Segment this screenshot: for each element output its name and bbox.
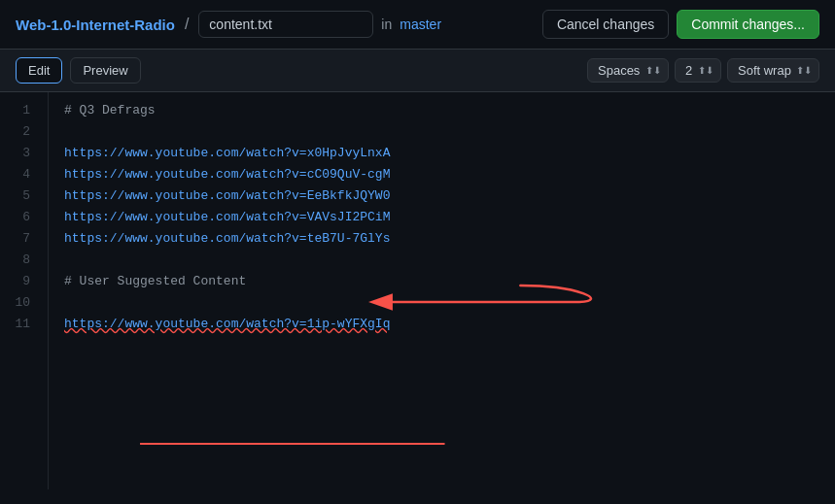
line-number: 5 bbox=[0, 185, 38, 207]
code-line: https://www.youtube.com/watch?v=cC09QuV-… bbox=[64, 164, 819, 185]
line-number: 3 bbox=[0, 143, 38, 164]
header: Web-1.0-Internet-Radio / in master Cance… bbox=[0, 0, 835, 50]
line-number: 4 bbox=[0, 164, 38, 185]
repo-link[interactable]: Web-1.0-Internet-Radio bbox=[16, 17, 175, 33]
code-line bbox=[64, 121, 819, 143]
code-line: https://www.youtube.com/watch?v=x0HpJvyL… bbox=[64, 143, 819, 164]
line-number: 8 bbox=[0, 250, 38, 271]
spaces-select-wrapper: Spaces Tabs ⬆⬇ bbox=[587, 58, 669, 83]
indent-size-wrapper: 2 4 8 ⬆⬇ bbox=[675, 58, 721, 83]
code-line: https://www.youtube.com/watch?v=teB7U-7G… bbox=[64, 228, 819, 250]
indent-size-select[interactable]: 2 4 8 bbox=[675, 58, 721, 83]
line-number: 7 bbox=[0, 228, 38, 250]
path-separator: / bbox=[185, 16, 189, 33]
code-line: # Q3 Defrags bbox=[64, 100, 819, 121]
softwrap-wrapper: Soft wrap No wrap ⬆⬇ bbox=[727, 58, 819, 83]
code-line: https://www.youtube.com/watch?v=1ip-wYFX… bbox=[64, 314, 819, 335]
line-number: 6 bbox=[0, 207, 38, 228]
code-line: # User Suggested Content bbox=[64, 271, 819, 292]
code-line: https://www.youtube.com/watch?v=EeBkfkJQ… bbox=[64, 185, 819, 207]
code-line bbox=[64, 292, 819, 314]
line-number: 1 bbox=[0, 100, 38, 121]
line-number: 9 bbox=[0, 271, 38, 292]
softwrap-select[interactable]: Soft wrap No wrap bbox=[727, 58, 819, 83]
code-editor: 1234567891011 # Q3 Defrags https://www.y… bbox=[0, 92, 835, 489]
indent-settings: Spaces Tabs ⬆⬇ 2 4 8 ⬆⬇ Soft wrap No wra… bbox=[587, 58, 819, 83]
code-line: https://www.youtube.com/watch?v=VAVsJI2P… bbox=[64, 207, 819, 228]
line-number: 10 bbox=[0, 292, 38, 314]
commit-button[interactable]: Commit changes... bbox=[677, 10, 819, 39]
code-line bbox=[64, 250, 819, 271]
edit-tab[interactable]: Edit bbox=[16, 57, 62, 84]
in-label: in bbox=[381, 17, 392, 32]
editor-toolbar: Edit Preview Spaces Tabs ⬆⬇ 2 4 8 ⬆⬇ Sof… bbox=[0, 50, 835, 92]
code-content[interactable]: # Q3 Defrags https://www.youtube.com/wat… bbox=[49, 92, 835, 489]
preview-tab[interactable]: Preview bbox=[70, 57, 140, 84]
branch-label: master bbox=[400, 17, 441, 32]
cancel-button[interactable]: Cancel changes bbox=[542, 10, 669, 39]
line-numbers: 1234567891011 bbox=[0, 92, 49, 489]
line-number: 2 bbox=[0, 121, 38, 143]
editor-wrapper: # Q3 Defrags https://www.youtube.com/wat… bbox=[49, 92, 835, 489]
filename-input[interactable] bbox=[198, 11, 373, 38]
line-number: 11 bbox=[0, 314, 38, 335]
spaces-select[interactable]: Spaces Tabs bbox=[587, 58, 669, 83]
